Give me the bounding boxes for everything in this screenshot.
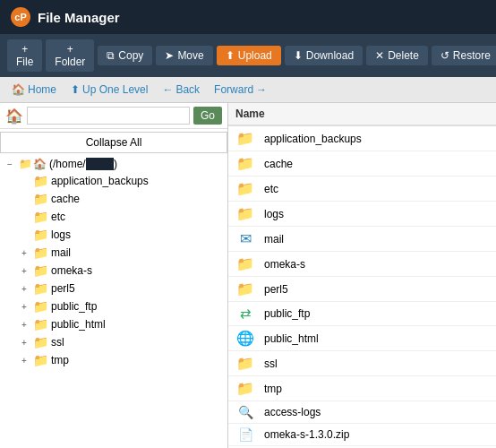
folder-icon: 📁: [33, 174, 48, 188]
file-icon-cell: 📁: [228, 177, 257, 202]
tree-item-label: omeka-s: [51, 264, 92, 277]
file-name: omeka-s: [257, 252, 496, 277]
home-nav-icon: 🏠: [12, 83, 25, 96]
toolbar: + File + Folder ⧉ Copy ➤ Move ⬆ Upload ⬇…: [0, 34, 496, 77]
tree-item[interactable]: +📁public_html: [18, 315, 224, 333]
table-row[interactable]: ⇄public_ftp: [228, 302, 496, 326]
main-layout: 🏠 Go Collapse All − 📁 🏠 (/home/ ) 📁appli…: [0, 103, 496, 448]
home-icon[interactable]: 🏠: [5, 108, 23, 125]
tree-item-label: perl5: [51, 282, 75, 295]
expand-icon: +: [21, 302, 30, 312]
name-column-header: Name: [228, 103, 496, 125]
forward-button[interactable]: Forward →: [210, 82, 271, 98]
folder-icon: 📁: [33, 353, 48, 367]
upload-button[interactable]: ⬆ Upload: [217, 46, 281, 65]
folder-icon: 📁: [235, 205, 255, 222]
folder-icon: 📁: [19, 158, 32, 170]
expand-icon: +: [21, 338, 30, 348]
delete-icon: ✕: [375, 49, 384, 62]
tree-item-label: ssl: [51, 336, 64, 349]
address-input[interactable]: [27, 107, 190, 125]
tree-root[interactable]: − 📁 🏠 (/home/ ): [4, 156, 224, 172]
up-one-level-button[interactable]: ⬆ Up One Level: [66, 82, 152, 98]
new-file-button[interactable]: + File: [7, 39, 42, 72]
tree-item[interactable]: 📁application_backups: [18, 172, 224, 190]
ftp-icon: ⇄: [235, 306, 255, 322]
table-row[interactable]: 📁tmp: [228, 376, 496, 401]
table-row[interactable]: 🌐public_html: [228, 326, 496, 351]
file-name: access-logs: [257, 401, 496, 424]
file-name: perl5: [257, 277, 496, 302]
go-button[interactable]: Go: [193, 107, 222, 125]
folder-icon: 📁: [33, 228, 48, 242]
file-icon-cell: ⇄: [228, 302, 257, 326]
folder-icon: 📁: [33, 246, 48, 260]
file-table: Name 📁application_backups📁cache📁etc📁logs…: [228, 103, 496, 448]
upload-icon: ⬆: [226, 49, 235, 62]
tree-item[interactable]: +📁perl5: [18, 280, 224, 297]
tree-item[interactable]: +📁ssl: [18, 333, 224, 351]
tree-item[interactable]: +📁public_ftp: [18, 297, 224, 315]
forward-icon: →: [256, 83, 267, 96]
file-icon-cell: 📁: [228, 277, 257, 302]
delete-button[interactable]: ✕ Delete: [366, 46, 428, 65]
table-row[interactable]: ✉mail: [228, 227, 496, 252]
tree-item-label: mail: [51, 246, 71, 259]
tree-item[interactable]: 📁cache: [18, 190, 224, 208]
tree-item[interactable]: +📁tmp: [18, 351, 224, 369]
up-icon: ⬆: [71, 83, 80, 96]
folder-icon: 📁: [33, 192, 48, 206]
folder-icon: 📁: [33, 281, 48, 296]
access-icon: 🔍: [235, 405, 255, 419]
download-button[interactable]: ⬇ Download: [285, 46, 363, 65]
mail-icon: ✉: [235, 230, 255, 247]
file-icon-cell: 📁: [228, 202, 257, 227]
root-expand-icon: −: [7, 159, 16, 169]
collapse-all-button[interactable]: Collapse All: [0, 132, 227, 153]
file-name: cache: [257, 151, 496, 177]
file-name: public_html: [257, 326, 496, 351]
table-row[interactable]: 📁application_backups: [228, 125, 496, 151]
folder-icon: 📁: [235, 355, 255, 372]
expand-icon: +: [21, 320, 30, 330]
table-row[interactable]: 📁perl5: [228, 277, 496, 302]
table-row[interactable]: 🔍access-logs: [228, 401, 496, 424]
new-folder-button[interactable]: + Folder: [46, 39, 94, 72]
table-row[interactable]: 📁cache: [228, 151, 496, 177]
back-icon: ←: [162, 83, 173, 96]
tree-item[interactable]: +📁mail: [18, 244, 224, 262]
file-name: logs: [257, 202, 496, 227]
restore-button[interactable]: ↺ Restore: [432, 46, 496, 65]
tree-item-label: application_backups: [51, 175, 149, 187]
zip-icon: 📄: [235, 427, 255, 442]
table-row[interactable]: 📁ssl: [228, 351, 496, 376]
move-button[interactable]: ➤ Move: [156, 46, 212, 65]
tree-children: 📁application_backups📁cache📁etc📁logs+📁mai…: [4, 172, 224, 369]
file-icon-cell: 📁: [228, 351, 257, 376]
folder-icon: 📁: [33, 263, 48, 278]
table-row[interactable]: 📁etc: [228, 177, 496, 202]
copy-button[interactable]: ⧉ Copy: [98, 46, 152, 65]
tree-item-label: cache: [51, 193, 80, 205]
title-bar: cP File Manager: [0, 0, 496, 34]
expand-icon: +: [21, 266, 30, 276]
file-icon-cell: 🔍: [228, 401, 257, 424]
table-row[interactable]: 📁logs: [228, 202, 496, 227]
tree-item-label: public_html: [51, 318, 106, 331]
tree-item[interactable]: 📁logs: [18, 226, 224, 244]
right-panel: Name 📁application_backups📁cache📁etc📁logs…: [228, 103, 496, 448]
address-bar: 🏠 Go: [0, 103, 227, 129]
file-name: mail: [257, 227, 496, 252]
folder-icon: 📁: [33, 210, 48, 224]
file-icon-cell: 📁: [228, 125, 257, 151]
cpanel-logo: cP: [11, 7, 30, 27]
back-button[interactable]: ← Back: [158, 82, 204, 98]
tree-item[interactable]: +📁omeka-s: [18, 262, 224, 280]
file-icon-cell: 📁: [228, 252, 257, 277]
move-icon: ➤: [165, 49, 174, 62]
home-nav-button[interactable]: 🏠 Home: [7, 82, 61, 98]
tree-item[interactable]: 📁etc: [18, 208, 224, 226]
table-row[interactable]: 📁omeka-s: [228, 252, 496, 277]
file-name: application_backups: [257, 125, 496, 151]
table-row[interactable]: 📄omeka-s-1.3.0.zip: [228, 424, 496, 446]
